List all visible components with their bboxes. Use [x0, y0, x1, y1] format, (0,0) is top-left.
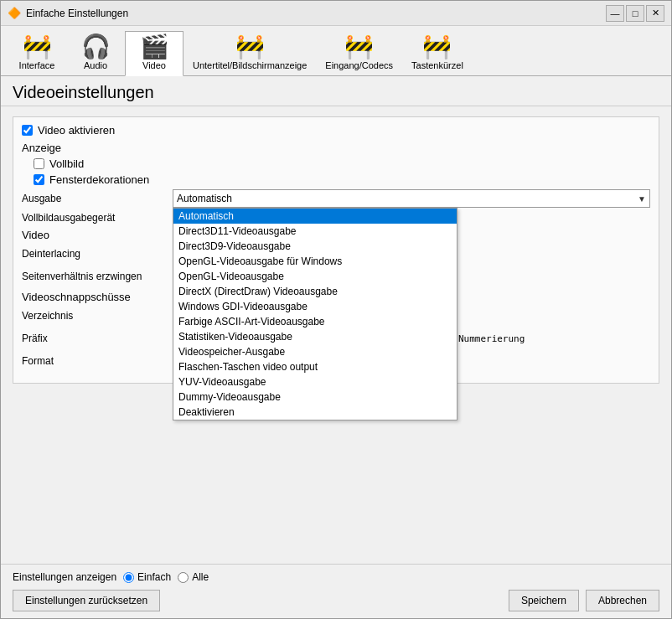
video-enable-checkbox[interactable] [22, 125, 33, 136]
vollbild-checkbox[interactable] [34, 158, 44, 169]
window-controls: — □ ✕ [606, 5, 664, 22]
fenster-row: Fensterdekorationen [34, 173, 650, 186]
tab-hotkeys-label: Tastenkürzel [411, 60, 463, 70]
option-deactivate[interactable]: Deaktivieren [173, 405, 457, 420]
tab-audio-label: Audio [84, 60, 107, 70]
minimize-button[interactable]: — [606, 5, 624, 22]
window-title: Einfache Einstellungen [26, 8, 606, 19]
verzeichnis-label: Verzeichnis [22, 310, 173, 322]
option-d3d11[interactable]: Direct3D11-Videoausgabe [173, 224, 457, 239]
video-enable-label: Video aktivieren [38, 124, 115, 137]
cancel-button[interactable]: Abbrechen [586, 590, 659, 611]
tab-codec-label: Eingang/Codecs [325, 60, 393, 70]
vollbild-row: Vollbild [34, 157, 650, 170]
option-stats[interactable]: Statistiken-Videoausgabe [173, 329, 457, 344]
fenster-checkbox[interactable] [34, 174, 44, 185]
codec-tab-icon: 🚧 [344, 35, 374, 59]
audio-tab-icon: 🎧 [81, 35, 111, 59]
option-opengl[interactable]: OpenGL-Videoausgabe [173, 269, 457, 284]
anzeige-section-label: Anzeige [22, 142, 650, 154]
settings-group: Video aktivieren Anzeige Vollbild Fenste… [13, 116, 659, 384]
option-wingdi[interactable]: Windows GDI-Videoausgabe [173, 299, 457, 314]
vollbild-label: Vollbild [49, 157, 84, 170]
einfach-label: Einfach [137, 571, 171, 583]
tab-video[interactable]: 🎬 Video [125, 31, 184, 76]
app-icon: 🔶 [8, 7, 21, 20]
option-opengl-win[interactable]: OpenGL-Videoausgabe für Windows [173, 254, 457, 269]
tabs-bar: 🚧 Interface 🎧 Audio 🎬 Video 🚧 Untertitel… [1, 26, 671, 76]
alle-label: Alle [192, 571, 209, 583]
maximize-button[interactable]: □ [626, 5, 644, 22]
bottom-bar: Einstellungen anzeigen Einfach Alle Eins… [1, 564, 671, 618]
option-directx[interactable]: DirectX (DirectDraw) Videoausgabe [173, 284, 457, 299]
title-bar: 🔶 Einfache Einstellungen — □ ✕ [1, 1, 671, 26]
einfach-radio[interactable] [123, 572, 134, 583]
ausgabe-row: Ausgabe Automatisch ▼ Automatisch Direct… [22, 189, 650, 208]
content-area: Video aktivieren Anzeige Vollbild Fenste… [1, 113, 671, 564]
subtitle-tab-icon: 🚧 [235, 35, 265, 59]
tab-subtitle[interactable]: 🚧 Untertitel/Bildschirmanzeige [184, 31, 316, 75]
tab-interface-label: Interface [19, 60, 55, 70]
tab-video-label: Video [142, 60, 166, 70]
seitenverh-label: Seitenverhältnis erzwingen [22, 271, 173, 282]
alle-radio[interactable] [178, 572, 189, 583]
ausgabe-dropdown-display[interactable]: Automatisch ▼ [173, 189, 650, 208]
save-button[interactable]: Speichern [509, 590, 579, 611]
ausgabe-label: Ausgabe [22, 193, 173, 204]
reset-button[interactable]: Einstellungen zurücksetzen [13, 590, 160, 611]
option-flaschen[interactable]: Flaschen-Taschen video output [173, 359, 457, 374]
fenster-label: Fensterdekorationen [49, 173, 149, 186]
tab-subtitle-label: Untertitel/Bildschirmanzeige [193, 60, 307, 70]
video-tab-icon: 🎬 [140, 35, 169, 59]
ausgabe-dropdown-arrow: ▼ [638, 194, 646, 204]
praefix-label: Präfix [22, 333, 173, 344]
main-window: 🔶 Einfache Einstellungen — □ ✕ 🚧 Interfa… [0, 0, 672, 619]
hotkeys-tab-icon: 🚧 [422, 35, 452, 59]
settings-mode-row: Einstellungen anzeigen Einfach Alle [13, 571, 659, 583]
page-title: Videoeinstellungen [1, 76, 671, 106]
close-button[interactable]: ✕ [646, 5, 664, 22]
ausgabe-dropdown-popup: Automatisch Direct3D11-Videoausgabe Dire… [173, 208, 457, 420]
option-vmem[interactable]: Videospeicher-Ausgabe [173, 344, 457, 359]
option-yuv[interactable]: YUV-Videoausgabe [173, 374, 457, 389]
video-enable-row: Video aktivieren [22, 124, 650, 137]
option-dummy[interactable]: Dummy-Videoausgabe [173, 389, 457, 405]
einstellungen-label: Einstellungen anzeigen [13, 571, 116, 583]
option-d3d9[interactable]: Direct3D9-Videoausgabe [173, 239, 457, 254]
tab-interface[interactable]: 🚧 Interface [8, 31, 66, 75]
bottom-buttons: Einstellungen zurücksetzen Speichern Abb… [13, 590, 659, 611]
ausgabe-dropdown-container: Automatisch ▼ Automatisch Direct3D11-Vid… [173, 189, 650, 208]
ausgabe-selected-value: Automatisch [177, 193, 232, 204]
einfach-radio-group: Einfach [123, 571, 171, 583]
alle-radio-group: Alle [178, 571, 209, 583]
option-ascii[interactable]: Farbige ASCII-Art-Videoausgabe [173, 314, 457, 329]
tab-hotkeys[interactable]: 🚧 Tastenkürzel [402, 31, 473, 75]
interface-tab-icon: 🚧 [23, 35, 52, 59]
tab-codec[interactable]: 🚧 Eingang/Codecs [316, 31, 402, 75]
tab-audio[interactable]: 🎧 Audio [66, 31, 125, 75]
format-label: Format [22, 355, 173, 367]
option-automatisch[interactable]: Automatisch [173, 209, 457, 224]
deinterlacing-label: Deinterlacing [22, 248, 173, 260]
vollbild-device-label: Vollbildausgabegerät [22, 212, 173, 224]
